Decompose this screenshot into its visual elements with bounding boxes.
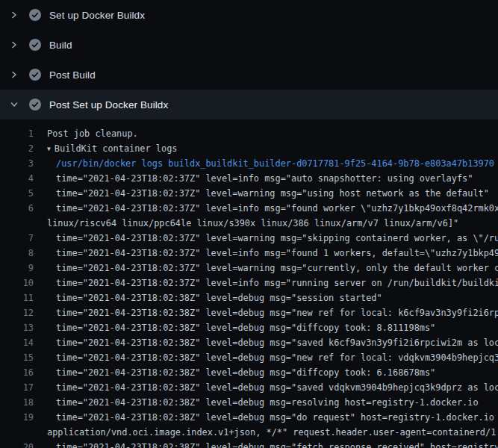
chevron-icon[interactable] (10, 100, 19, 109)
log-line-number[interactable]: 18 (0, 397, 34, 408)
log-line-text: time="2021-04-23T18:02:37Z" level=info m… (47, 246, 498, 261)
log-line-number[interactable]: 3 (0, 158, 34, 169)
log-line-text: time="2021-04-23T18:02:38Z" level=debug … (47, 350, 498, 365)
log-line: 11 time="2021-04-23T18:02:38Z" level=deb… (0, 290, 498, 305)
log-line-text: Post job cleanup. (47, 126, 138, 141)
actions-log-viewer: Set up Docker Buildx Build P (0, 0, 498, 448)
chevron-icon[interactable] (10, 40, 19, 49)
chevron-icon[interactable] (10, 70, 19, 79)
log-line-number[interactable]: 19 (0, 412, 34, 423)
check-circle-icon (29, 39, 41, 51)
step-row[interactable]: Post Build (0, 60, 498, 90)
log-line: 12 time="2021-04-23T18:02:38Z" level=deb… (0, 305, 498, 320)
chevron-icon[interactable] (10, 10, 19, 19)
log-line: 5 time="2021-04-23T18:02:37Z" level=warn… (0, 186, 498, 201)
log-line-number[interactable]: 20 (0, 442, 34, 448)
log-line-number[interactable]: 6 (0, 203, 34, 214)
log-line-number[interactable]: 9 (0, 263, 34, 273)
log-line: 7 time="2021-04-23T18:02:37Z" level=warn… (0, 231, 498, 246)
log-line-number[interactable]: 7 (0, 233, 34, 243)
log-line-text: time="2021-04-23T18:02:38Z" level=debug … (47, 365, 435, 380)
log-line-number[interactable]: 16 (0, 367, 34, 378)
log-line-text: linux/riscv64 linux/ppc64le linux/s390x … (47, 216, 458, 231)
log-line-text: time="2021-04-23T18:02:37Z" level=info m… (47, 276, 498, 290)
log-line-text[interactable]: ▼BuildKit container logs (47, 141, 177, 157)
log-line-number[interactable]: 11 (0, 293, 34, 303)
log-line: 8 time="2021-04-23T18:02:37Z" level=info… (0, 246, 498, 261)
log-line: application/vnd.oci.image.index.v1+json,… (0, 425, 498, 440)
step-label: Set up Docker Buildx (49, 10, 145, 21)
log-line: 9 time="2021-04-23T18:02:37Z" level=warn… (0, 261, 498, 276)
check-circle-icon (29, 9, 41, 21)
log-line-text: application/vnd.oci.image.index.v1+json,… (47, 425, 498, 440)
log-line-text: time="2021-04-23T18:02:38Z" level=debug … (47, 395, 479, 410)
log-line: 19 time="2021-04-23T18:02:38Z" level=deb… (0, 410, 498, 425)
log-line-number[interactable]: 5 (0, 188, 34, 199)
step-label: Build (49, 40, 72, 51)
log-line: 18 time="2021-04-23T18:02:38Z" level=deb… (0, 395, 498, 410)
step-label: Post Set up Docker Buildx (49, 99, 168, 111)
log-line: 10 time="2021-04-23T18:02:37Z" level=inf… (0, 276, 498, 290)
log-line-number[interactable]: 1 (0, 128, 34, 139)
log-line: 4 time="2021-04-23T18:02:37Z" level=info… (0, 171, 498, 186)
log-line: 14 time="2021-04-23T18:02:38Z" level=deb… (0, 335, 498, 350)
log-line-number[interactable]: 13 (0, 323, 34, 333)
log-line: 16 time="2021-04-23T18:02:38Z" level=deb… (0, 365, 498, 380)
log-line-text: time="2021-04-23T18:02:38Z" level=debug … (47, 380, 498, 395)
log-line-text: time="2021-04-23T18:02:37Z" level=info m… (47, 201, 498, 216)
log-line-text: time="2021-04-23T18:02:38Z" level=debug … (47, 305, 498, 320)
log-line-text: time="2021-04-23T18:02:38Z" level=debug … (47, 440, 498, 448)
log-line-text: time="2021-04-23T18:02:37Z" level=warnin… (47, 261, 498, 276)
log-line-text: /usr/bin/docker logs buildx_buildkit_bui… (47, 156, 494, 171)
step-row[interactable]: Build (0, 30, 498, 60)
log-line-number[interactable]: 12 (0, 308, 34, 318)
steps-list: Set up Docker Buildx Build P (0, 0, 498, 119)
log-line-number[interactable]: 8 (0, 248, 34, 258)
log-line-number[interactable]: 15 (0, 352, 34, 363)
log-area: 1 Post job cleanup. 2 ▼BuildKit containe… (0, 119, 498, 448)
check-circle-icon (29, 69, 41, 81)
step-row[interactable]: Set up Docker Buildx (0, 0, 498, 30)
log-line: 20 time="2021-04-23T18:02:38Z" level=deb… (0, 440, 498, 448)
log-line: 2 ▼BuildKit container logs (0, 141, 498, 156)
log-line-number[interactable]: 4 (0, 173, 34, 184)
group-collapse-triangle-icon[interactable]: ▼ (47, 142, 55, 157)
log-line-text: time="2021-04-23T18:02:38Z" level=debug … (47, 410, 498, 425)
log-line: 15 time="2021-04-23T18:02:38Z" level=deb… (0, 350, 498, 365)
log-line-text: time="2021-04-23T18:02:38Z" level=debug … (47, 335, 498, 350)
log-line-text: time="2021-04-23T18:02:37Z" level=warnin… (47, 231, 498, 246)
log-line: 6 time="2021-04-23T18:02:37Z" level=info… (0, 201, 498, 216)
log-line-number[interactable]: 10 (0, 278, 34, 288)
log-line-number[interactable]: 14 (0, 337, 34, 348)
log-line-text: time="2021-04-23T18:02:38Z" level=debug … (47, 290, 382, 305)
step-row[interactable]: Post Set up Docker Buildx (0, 90, 498, 119)
check-circle-icon (29, 99, 41, 111)
log-line: linux/riscv64 linux/ppc64le linux/s390x … (0, 216, 498, 231)
step-label: Post Build (49, 69, 96, 81)
log-line-number[interactable]: 17 (0, 382, 34, 393)
log-line: 1 Post job cleanup. (0, 126, 498, 141)
log-line-text: time="2021-04-23T18:02:37Z" level=info m… (47, 171, 473, 186)
log-line: 3 /usr/bin/docker logs buildx_buildkit_b… (0, 156, 498, 171)
log-line-number[interactable]: 2 (0, 143, 34, 154)
log-line-text: time="2021-04-23T18:02:37Z" level=warnin… (47, 186, 489, 201)
log-line-text: time="2021-04-23T18:02:38Z" level=debug … (47, 320, 435, 335)
log-line: 13 time="2021-04-23T18:02:38Z" level=deb… (0, 320, 498, 335)
log-line: 17 time="2021-04-23T18:02:38Z" level=deb… (0, 380, 498, 395)
